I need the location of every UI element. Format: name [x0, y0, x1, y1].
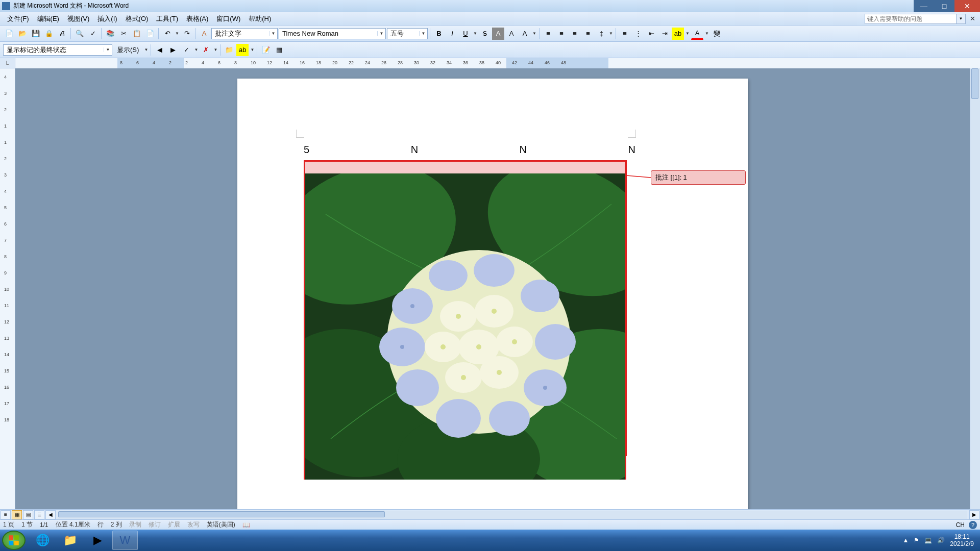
text-effect-icon[interactable]: A [492, 28, 504, 40]
highlight-comment-icon[interactable]: ab [236, 44, 249, 56]
menu-edit[interactable]: 编辑(E) [33, 13, 63, 25]
size-combo[interactable]: 五号▼ [387, 28, 428, 39]
show-button[interactable]: 显示(S) [113, 44, 142, 56]
underline-icon[interactable]: U [459, 28, 472, 40]
document-scroll[interactable]: 5NNN [15, 68, 970, 509]
print-preview-icon[interactable]: 🔍 [74, 28, 86, 40]
comment-balloon[interactable]: 批注 [[1]: 1 [651, 170, 746, 185]
accept-dropdown[interactable]: ▼ [193, 47, 199, 52]
show-dropdown[interactable]: ▼ [143, 47, 149, 52]
tray-show-hidden-icon[interactable]: ▲ [902, 537, 909, 544]
display-for-review-combo[interactable]: 显示标记的最终状态▼ [3, 44, 112, 56]
web-layout-view-icon[interactable]: ▤ [23, 510, 33, 519]
highlight-icon[interactable]: ab [672, 28, 684, 40]
menu-help[interactable]: 帮助(H) [244, 13, 275, 25]
research-icon[interactable]: 📚 [104, 28, 116, 40]
previous-change-icon[interactable]: ◀ [154, 44, 166, 56]
taskbar-word-icon[interactable]: W [112, 531, 138, 550]
style-combo[interactable]: 批注文字▼ [211, 28, 278, 39]
inserted-image[interactable] [304, 173, 626, 480]
start-button[interactable] [2, 531, 26, 550]
align-center-icon[interactable]: ≡ [555, 28, 568, 40]
new-doc-icon[interactable]: 📄 [3, 28, 15, 40]
help-dropdown[interactable]: ▼ [957, 14, 966, 24]
strike-icon[interactable]: S̶ [479, 28, 491, 40]
status-section[interactable]: 1 节 [21, 520, 33, 529]
status-spell-icon[interactable]: 📖 [242, 521, 250, 529]
help-icon[interactable]: ? [969, 521, 977, 529]
reject-dropdown[interactable]: ▼ [213, 47, 218, 52]
vertical-ruler[interactable]: 4321123456789101112131415161718 [0, 68, 15, 509]
menu-format[interactable]: 格式(O) [121, 13, 153, 25]
align-left-icon[interactable]: ≡ [542, 28, 554, 40]
status-page[interactable]: 1 页 [3, 520, 14, 529]
highlight-dropdown[interactable]: ▼ [685, 31, 690, 36]
tray-volume-icon[interactable]: 🔊 [937, 537, 945, 544]
decrease-indent-icon[interactable]: ⇤ [645, 28, 657, 40]
bullets-icon[interactable]: ⋮ [632, 28, 644, 40]
reviewing-pane-icon[interactable]: ▦ [273, 44, 285, 56]
print-layout-view-icon[interactable]: ▦ [12, 510, 22, 519]
minimize-button[interactable]: — [914, 0, 934, 12]
char-border-icon[interactable]: A [505, 28, 518, 40]
bold-icon[interactable]: B [433, 28, 445, 40]
status-language[interactable]: 英语(美国) [207, 520, 235, 529]
italic-icon[interactable]: I [446, 28, 458, 40]
menu-insert[interactable]: 插入(I) [93, 13, 121, 25]
char-shading-icon[interactable]: A [519, 28, 531, 40]
menu-file[interactable]: 文件(F) [3, 13, 33, 25]
print-icon[interactable]: 🖨 [56, 28, 68, 40]
cut-icon[interactable]: ✂ [117, 28, 130, 40]
increase-indent-icon[interactable]: ⇥ [658, 28, 671, 40]
help-search-input[interactable] [865, 14, 957, 24]
phonetic-icon[interactable]: 變 [710, 28, 723, 40]
maximize-button[interactable]: □ [934, 0, 954, 12]
new-comment-icon[interactable]: 📁 [223, 44, 235, 56]
paste-icon[interactable]: 📄 [144, 28, 156, 40]
horizontal-scrollbar[interactable] [58, 511, 967, 519]
permission-icon[interactable]: 🔒 [43, 28, 55, 40]
next-change-icon[interactable]: ▶ [167, 44, 179, 56]
font-color-icon[interactable]: A [691, 28, 703, 40]
outline-view-icon[interactable]: ≣ [34, 510, 44, 519]
scroll-thumb[interactable] [971, 68, 978, 99]
track-changes-icon[interactable]: 📝 [260, 44, 272, 56]
status-ovr[interactable]: 改写 [187, 520, 200, 529]
tray-flag-icon[interactable]: ⚑ [914, 537, 919, 544]
status-position[interactable]: 位置 4.1厘米 [56, 520, 90, 529]
reject-change-icon[interactable]: ✗ [200, 44, 212, 56]
underline-dropdown[interactable]: ▼ [473, 31, 478, 36]
justify-icon[interactable]: ≡ [582, 28, 594, 40]
ime-indicator[interactable]: CH [956, 521, 965, 529]
vertical-scrollbar[interactable] [970, 68, 980, 509]
open-icon[interactable]: 📂 [16, 28, 29, 40]
copy-icon[interactable]: 📋 [131, 28, 143, 40]
close-button[interactable]: ✕ [954, 0, 980, 12]
redo-icon[interactable]: ↷ [181, 28, 193, 40]
status-ext[interactable]: 扩展 [168, 520, 180, 529]
taskbar-media-icon[interactable]: ▶ [85, 531, 110, 550]
status-rec[interactable]: 录制 [129, 520, 141, 529]
line-spacing-dropdown[interactable]: ▼ [608, 31, 614, 36]
taskbar-explorer-icon[interactable]: 📁 [57, 531, 83, 550]
comment-dropdown[interactable]: ▼ [250, 47, 255, 52]
tab-selector[interactable]: L [0, 58, 15, 68]
menu-table[interactable]: 表格(A) [182, 13, 212, 25]
char-shading-dropdown[interactable]: ▼ [532, 31, 537, 36]
line-spacing-icon[interactable]: ‡ [595, 28, 607, 40]
status-rev[interactable]: 修订 [149, 520, 161, 529]
reading-view-icon[interactable]: ◀ [45, 510, 56, 519]
normal-view-icon[interactable]: ≡ [1, 510, 11, 519]
status-column[interactable]: 2 列 [111, 520, 122, 529]
menu-tools[interactable]: 工具(T) [152, 13, 182, 25]
close-doc-button[interactable]: ✕ [968, 14, 977, 23]
numbering-icon[interactable]: ≡ [619, 28, 631, 40]
horizontal-ruler[interactable]: 8642246810121416182022242628303234363840… [15, 58, 980, 68]
font-color-dropdown[interactable]: ▼ [704, 31, 709, 36]
h-scroll-thumb[interactable] [58, 511, 385, 517]
status-line[interactable]: 行 [97, 520, 104, 529]
font-combo[interactable]: Times New Roman▼ [279, 28, 386, 39]
save-icon[interactable]: 💾 [30, 28, 42, 40]
menu-window[interactable]: 窗口(W) [212, 13, 244, 25]
undo-icon[interactable]: ↶ [161, 28, 174, 40]
